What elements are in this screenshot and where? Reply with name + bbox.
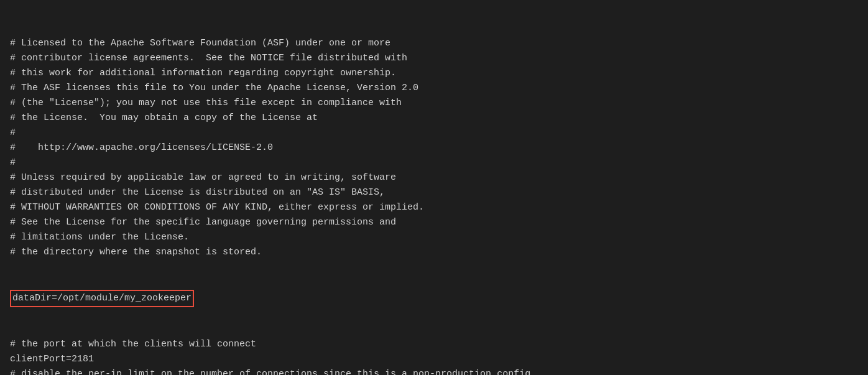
- highlighted-line-container: dataDir=/opt/module/my_zookeeper: [10, 290, 858, 307]
- code-line: # this work for additional information r…: [10, 66, 858, 81]
- code-lines-before: # Licensed to the Apache Software Founda…: [10, 36, 858, 260]
- code-line: # limitations under the License.: [10, 230, 858, 245]
- code-line: # WITHOUT WARRANTIES OR CONDITIONS OF AN…: [10, 200, 858, 215]
- code-line: # Unless required by applicable law or a…: [10, 170, 858, 185]
- code-line: # the port at which the clients will con…: [10, 337, 858, 352]
- code-line: # disable the per-ip limit on the number…: [10, 367, 858, 375]
- code-line: # (the "License"); you may not use this …: [10, 96, 858, 111]
- code-line: # the directory where the snapshot is st…: [10, 245, 858, 260]
- code-line: clientPort=2181: [10, 352, 858, 367]
- code-line: # Licensed to the Apache Software Founda…: [10, 36, 858, 51]
- code-line: #: [10, 126, 858, 141]
- code-line: # See the License for the specific langu…: [10, 215, 858, 230]
- code-lines-after: # the port at which the clients will con…: [10, 337, 858, 375]
- code-line: # distributed under the License is distr…: [10, 185, 858, 200]
- code-line: # The ASF licenses this file to You unde…: [10, 81, 858, 96]
- code-line: # http://www.apache.org/licenses/LICENSE…: [10, 141, 858, 155]
- code-line: # contributor license agreements. See th…: [10, 51, 858, 66]
- code-line: #: [10, 155, 858, 170]
- highlighted-line: dataDir=/opt/module/my_zookeeper: [10, 290, 194, 307]
- code-line: # the License. You may obtain a copy of …: [10, 111, 858, 126]
- code-viewer: # Licensed to the Apache Software Founda…: [0, 0, 868, 375]
